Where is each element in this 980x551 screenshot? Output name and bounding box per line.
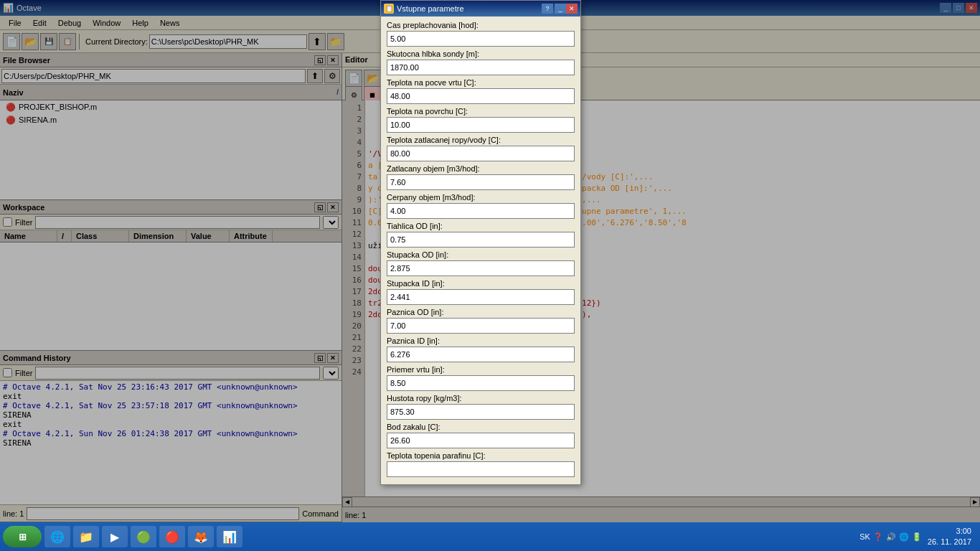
field-paznica-od: Paznica OD [in]: bbox=[387, 308, 575, 334]
input-hustota-ropy[interactable] bbox=[387, 404, 575, 420]
field-teplota-topenia: Teplota topenia parafinu [C]: bbox=[387, 451, 575, 477]
taskbar: ⊞ 🌐 📁 ▶ 🟢 🔴 🦊 📊 SK ❓ 🔊 🌐 🔋 3:00 26. 11. … bbox=[0, 522, 980, 551]
field-stupacka-id: Stupacka ID [in]: bbox=[387, 279, 575, 305]
lang-indicator: SK bbox=[859, 532, 870, 541]
field-teplota-pocve: Teplota na pocve vrtu [C]: bbox=[387, 78, 575, 104]
input-stupacka-od[interactable] bbox=[387, 260, 575, 276]
input-cas-preplachovania[interactable] bbox=[387, 31, 575, 47]
modal-body: Cas preplachovania [hod]: Skutocna hlbka… bbox=[381, 17, 580, 484]
network-icon: 🌐 bbox=[899, 532, 909, 542]
taskbar-sys-icons: SK ❓ 🔊 🌐 🔋 bbox=[859, 532, 922, 542]
modal-close-button[interactable]: ✕ bbox=[566, 4, 578, 14]
modal-title: Vstupne parametre bbox=[397, 4, 542, 13]
taskbar-explorer-icon[interactable]: 📁 bbox=[73, 526, 99, 547]
speaker-icon: 🔊 bbox=[886, 532, 896, 542]
label-stupacka-od: Stupacka OD [in]: bbox=[387, 250, 575, 259]
field-cas-preplachovania: Cas preplachovania [hod]: bbox=[387, 21, 575, 47]
input-teplota-povrchu[interactable] bbox=[387, 117, 575, 133]
label-hustota-ropy: Hustota ropy [kg/m3]: bbox=[387, 394, 575, 402]
label-teplota-topenia: Teplota topenia parafinu [C]: bbox=[387, 451, 575, 460]
field-tiahlica-od: Tiahlica OD [in]: bbox=[387, 222, 575, 248]
label-cas-preplachovania: Cas preplachovania [hod]: bbox=[387, 21, 575, 29]
taskbar-clock: 3:00 26. 11. 2017 bbox=[928, 526, 971, 548]
start-button[interactable]: ⊞ bbox=[3, 526, 42, 547]
label-cerpany-objem: Cerpany objem [m3/hod]: bbox=[387, 193, 575, 202]
input-teplota-zatlacanej[interactable] bbox=[387, 146, 575, 161]
field-priemer-vrtu: Priemer vrtu [in]: bbox=[387, 365, 575, 391]
field-hustota-ropy: Hustota ropy [kg/m3]: bbox=[387, 394, 575, 420]
input-teplota-topenia[interactable] bbox=[387, 461, 575, 477]
taskbar-firefox-icon[interactable]: 🦊 bbox=[188, 526, 214, 547]
input-priemer-vrtu[interactable] bbox=[387, 375, 575, 391]
field-zatlacany-objem: Zatlacany objem [m3/hod]: bbox=[387, 164, 575, 190]
field-bod-zakalu: Bod zakalu [C]: bbox=[387, 423, 575, 448]
label-tiahlica-od: Tiahlica OD [in]: bbox=[387, 222, 575, 230]
taskbar-date: 26. 11. 2017 bbox=[928, 537, 971, 547]
label-skutocna-hlbka: Skutocna hlbka sondy [m]: bbox=[387, 50, 575, 58]
field-cerpany-objem: Cerpany objem [m3/hod]: bbox=[387, 193, 575, 219]
taskbar-time: 3:00 bbox=[928, 526, 971, 537]
taskbar-green-icon[interactable]: 🟢 bbox=[131, 526, 156, 547]
modal-icon: 📋 bbox=[384, 4, 394, 14]
input-paznica-id[interactable] bbox=[387, 347, 575, 362]
label-stupacka-id: Stupacka ID [in]: bbox=[387, 279, 575, 288]
modal-titlebar: 📋 Vstupne parametre ? _ ✕ bbox=[381, 1, 580, 17]
input-cerpany-objem[interactable] bbox=[387, 203, 575, 219]
label-teplota-pocve: Teplota na pocve vrtu [C]: bbox=[387, 78, 575, 87]
label-zatlacany-objem: Zatlacany objem [m3/hod]: bbox=[387, 164, 575, 173]
battery-icon: 🔋 bbox=[912, 532, 922, 542]
taskbar-red-icon[interactable]: 🔴 bbox=[159, 526, 185, 547]
field-paznica-id: Paznica ID [in]: bbox=[387, 336, 575, 362]
field-teplota-zatlacanej: Teplota zatlacanej ropy/vody [C]: bbox=[387, 136, 575, 161]
input-paznica-od[interactable] bbox=[387, 318, 575, 334]
field-teplota-povrchu: Teplota na povrchu [C]: bbox=[387, 107, 575, 133]
field-stupacka-od: Stupacka OD [in]: bbox=[387, 250, 575, 276]
taskbar-right: SK ❓ 🔊 🌐 🔋 3:00 26. 11. 2017 bbox=[859, 526, 977, 548]
label-priemer-vrtu: Priemer vrtu [in]: bbox=[387, 365, 575, 374]
input-tiahlica-od[interactable] bbox=[387, 232, 575, 248]
taskbar-media-icon[interactable]: ▶ bbox=[102, 526, 128, 547]
input-skutocna-hlbka[interactable] bbox=[387, 60, 575, 75]
modal-minimize-button[interactable]: ? bbox=[542, 4, 553, 14]
input-teplota-pocve[interactable] bbox=[387, 88, 575, 104]
modal-overlay[interactable]: 📋 Vstupne parametre ? _ ✕ Cas preplachov… bbox=[0, 0, 980, 522]
label-paznica-id: Paznica ID [in]: bbox=[387, 336, 575, 345]
field-skutocna-hlbka: Skutocna hlbka sondy [m]: bbox=[387, 50, 575, 75]
input-stupacka-id[interactable] bbox=[387, 289, 575, 305]
input-zatlacany-objem[interactable] bbox=[387, 174, 575, 190]
help-icon: ❓ bbox=[873, 532, 883, 542]
vstupne-parametre-dialog: 📋 Vstupne parametre ? _ ✕ Cas preplachov… bbox=[380, 0, 581, 485]
taskbar-app-icon[interactable]: 📊 bbox=[217, 526, 242, 547]
start-icon: ⊞ bbox=[19, 532, 27, 542]
modal-help-button[interactable]: _ bbox=[555, 4, 566, 14]
taskbar-ie-icon[interactable]: 🌐 bbox=[44, 526, 70, 547]
input-bod-zakalu[interactable] bbox=[387, 433, 575, 448]
label-teplota-povrchu: Teplota na povrchu [C]: bbox=[387, 107, 575, 116]
label-paznica-od: Paznica OD [in]: bbox=[387, 308, 575, 316]
taskbar-icons: 🌐 📁 ▶ 🟢 🔴 🦊 📊 bbox=[44, 526, 242, 547]
label-bod-zakalu: Bod zakalu [C]: bbox=[387, 423, 575, 431]
label-teplota-zatlacanej: Teplota zatlacanej ropy/vody [C]: bbox=[387, 136, 575, 144]
